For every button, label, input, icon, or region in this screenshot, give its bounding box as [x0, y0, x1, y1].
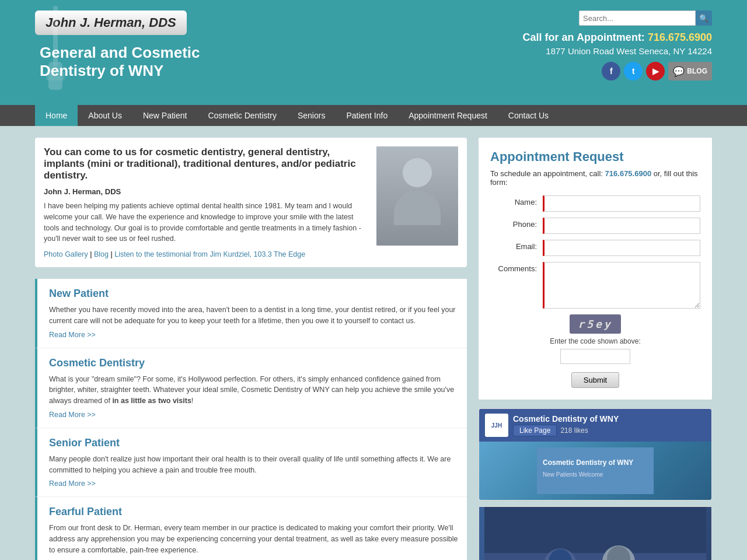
hero-body: I have been helping my patients achieve … — [44, 201, 365, 244]
svg-rect-6 — [484, 506, 706, 560]
nav-patient-info[interactable]: Patient Info — [336, 105, 398, 126]
nav-about-us[interactable]: About Us — [78, 105, 132, 126]
new-patient-read-more[interactable]: Read More >> — [49, 331, 96, 339]
senior-patient-title: Senior Patient — [49, 437, 458, 449]
blog-link[interactable]: Blog — [94, 250, 109, 258]
youtube-icon[interactable]: ▶ — [646, 62, 665, 80]
fb-logo: JJH — [485, 414, 508, 437]
hero-section: You can come to us for cosmetic dentistr… — [35, 138, 467, 267]
content-sections: New Patient Whether you have recently mo… — [35, 279, 467, 560]
fb-page-name: Cosmetic Dentistry of WNY — [513, 414, 706, 424]
email-row: Email: — [490, 240, 700, 256]
content-area: You can come to us for cosmetic dentistr… — [35, 138, 467, 560]
search-button[interactable]: 🔍 — [696, 10, 712, 26]
doctor-name: John J. Herman, DDS — [44, 187, 365, 196]
fb-like-button[interactable]: Like Page — [513, 425, 557, 436]
appt-call-info: To schedule an appointment, call: 716.67… — [490, 169, 700, 187]
svg-rect-7 — [484, 553, 706, 560]
photo-gallery-link[interactable]: Photo Gallery — [44, 250, 88, 258]
fb-preview-image: Cosmetic Dentistry of WNY New Patients W… — [479, 442, 711, 500]
phone-row: Phone: — [490, 218, 700, 234]
search-bar: 🔍 — [579, 10, 712, 26]
search-input[interactable] — [579, 10, 696, 26]
comments-row: Comments: — [490, 262, 700, 309]
fb-likes-count: 218 likes — [560, 426, 588, 435]
senior-patient-section: Senior Patient Many people don't realize… — [35, 428, 467, 498]
nav-seniors[interactable]: Seniors — [287, 105, 336, 126]
fearful-patient-body: From our front desk to Dr. Herman, every… — [49, 523, 458, 555]
facebook-icon[interactable]: f — [602, 62, 620, 80]
fearful-patient-title: Fearful Patient — [49, 506, 458, 518]
testimonial-link[interactable]: Listen to the testimonial from Jim Kurdz… — [114, 250, 305, 258]
senior-patient-body: Many people don't realize just how impor… — [49, 454, 458, 476]
name-row: Name: — [490, 195, 700, 212]
fb-header: JJH Cosmetic Dentistry of WNY Like Page … — [479, 409, 711, 442]
name-input[interactable] — [543, 195, 700, 212]
facebook-widget: JJH Cosmetic Dentistry of WNY Like Page … — [479, 408, 712, 501]
nav-home[interactable]: Home — [35, 105, 78, 126]
cosmetic-dentistry-body: What is your "dream smile"? For some, it… — [49, 374, 458, 407]
nav-contact-us[interactable]: Contact Us — [498, 105, 559, 126]
appt-title: Appointment Request — [490, 149, 700, 164]
svg-rect-3 — [537, 447, 654, 494]
captcha-label: Enter the code shown above: — [550, 337, 640, 345]
new-patient-section: New Patient Whether you have recently mo… — [35, 279, 467, 348]
doctor-photo-placeholder — [376, 146, 458, 246]
captcha-image: r5ey — [570, 314, 620, 334]
navigation: Home About Us New Patient Cosmetic Denti… — [0, 105, 747, 126]
hero-heading: You can come to us for cosmetic dentistr… — [44, 146, 365, 181]
fb-info: Cosmetic Dentistry of WNY Like Page 218 … — [513, 414, 706, 436]
email-input[interactable] — [543, 240, 700, 256]
social-icons: f t ▶ 💬 BLOG — [602, 62, 712, 80]
senior-patient-read-more[interactable]: Read More >> — [49, 480, 96, 488]
comments-label: Comments: — [490, 262, 543, 273]
phone-display: Call for an Appointment: 716.675.6900 — [523, 32, 712, 44]
new-patient-title: New Patient — [49, 288, 458, 300]
doctor-image — [376, 146, 458, 246]
appointment-request-box: Appointment Request To schedule an appoi… — [479, 138, 712, 400]
comments-textarea[interactable] — [543, 262, 700, 309]
phone-label: Phone: — [490, 218, 543, 229]
fb-action-row: Like Page 218 likes — [513, 425, 706, 436]
header: John J. Herman, DDS General and Cosmetic… — [0, 0, 747, 105]
email-label: Email: — [490, 240, 543, 251]
nav-new-patient[interactable]: New Patient — [132, 105, 197, 126]
submit-button[interactable]: Submit — [571, 372, 619, 388]
toothbrush-watermark — [32, 6, 79, 99]
fearful-patient-section: Fearful Patient From our front desk to D… — [35, 497, 467, 560]
football-image — [479, 506, 712, 560]
cosmetic-dentistry-read-more[interactable]: Read More >> — [49, 411, 96, 419]
nav-cosmetic-dentistry[interactable]: Cosmetic Dentistry — [197, 105, 287, 126]
svg-text:Cosmetic Dentistry of WNY: Cosmetic Dentistry of WNY — [543, 459, 633, 467]
nav-appointment-request[interactable]: Appointment Request — [398, 105, 498, 126]
captcha-area: r5ey Enter the code shown above: Submit — [490, 314, 700, 388]
appt-phone: 716.675.6900 — [605, 169, 652, 178]
phone-input[interactable] — [543, 218, 700, 234]
hero-links: Photo Gallery | Blog | Listen to the tes… — [44, 250, 365, 258]
address-display: 1877 Union Road West Seneca, NY 14224 — [546, 46, 712, 56]
hero-text: You can come to us for cosmetic dentistr… — [44, 146, 365, 258]
header-right: 🔍 Call for an Appointment: 716.675.6900 … — [523, 6, 712, 80]
svg-rect-0 — [53, 6, 58, 66]
twitter-icon[interactable]: t — [624, 62, 643, 80]
blog-icon[interactable]: 💬 BLOG — [668, 62, 712, 80]
name-label: Name: — [490, 195, 543, 206]
captcha-input[interactable] — [560, 349, 630, 364]
sidebar: Appointment Request To schedule an appoi… — [479, 138, 712, 560]
cosmetic-dentistry-title: Cosmetic Dentistry — [49, 357, 458, 369]
svg-rect-2 — [46, 71, 65, 80]
new-patient-body: Whether you have recently moved into the… — [49, 304, 458, 327]
svg-text:New Patients Welcome: New Patients Welcome — [543, 471, 603, 478]
cosmetic-dentistry-section: Cosmetic Dentistry What is your "dream s… — [35, 348, 467, 428]
main-content: You can come to us for cosmetic dentistr… — [0, 126, 747, 560]
